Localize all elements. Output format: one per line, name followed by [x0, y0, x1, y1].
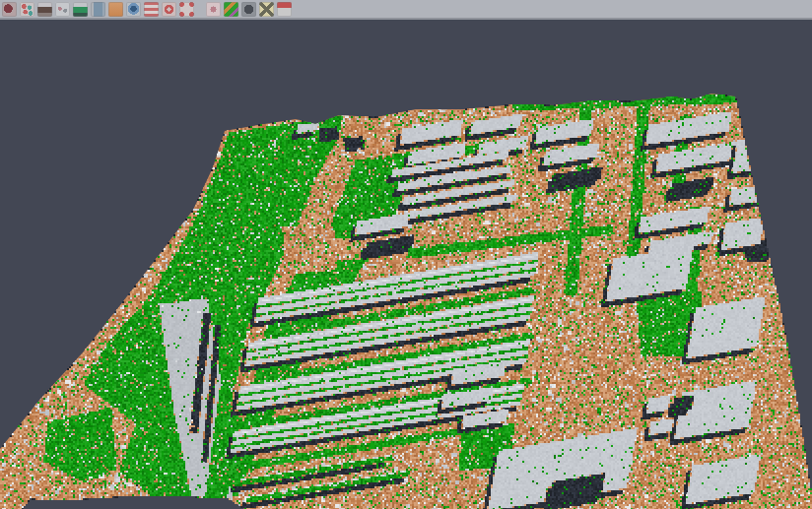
pink-circle-icon[interactable]: [206, 2, 221, 17]
red-list-icon[interactable]: [144, 2, 159, 17]
orange-square-icon[interactable]: [108, 2, 123, 17]
red-cap-tool-icon[interactable]: [277, 2, 292, 17]
clear-selection-icon[interactable]: [259, 2, 274, 17]
red-ring-icon[interactable]: [162, 2, 176, 17]
point-picker-icon[interactable]: [20, 2, 34, 17]
green-hill-icon[interactable]: [73, 2, 88, 17]
sparse-points-icon[interactable]: [55, 2, 70, 17]
globe-icon[interactable]: [126, 2, 141, 17]
dark-tool-icon[interactable]: [241, 2, 256, 17]
selection-brackets-icon[interactable]: [179, 2, 194, 17]
3d-point-cloud-viewport[interactable]: [0, 22, 812, 509]
toolbar: [0, 0, 812, 20]
profile-panel-icon[interactable]: [91, 2, 105, 17]
terrain-mound-icon[interactable]: [37, 2, 52, 17]
open-point-cloud-icon[interactable]: [2, 2, 17, 17]
app-window: [0, 0, 812, 509]
classification-colors-icon[interactable]: [224, 2, 238, 17]
